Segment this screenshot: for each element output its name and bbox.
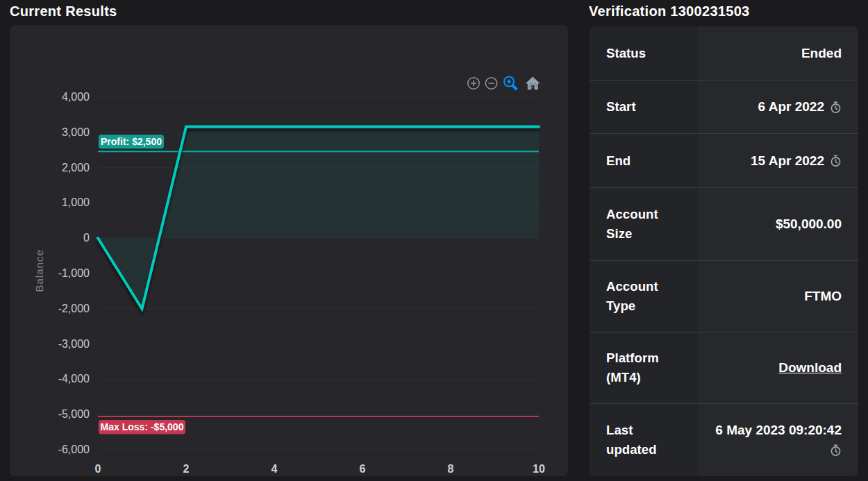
svg-text:-2,000: -2,000 bbox=[58, 303, 90, 314]
svg-text:Profit: $2,500: Profit: $2,500 bbox=[101, 136, 162, 147]
svg-text:6: 6 bbox=[360, 463, 366, 475]
svg-text:Balance: Balance bbox=[33, 249, 45, 292]
svg-text:2,000: 2,000 bbox=[62, 162, 90, 174]
svg-text:8: 8 bbox=[448, 463, 454, 475]
svg-text:-5,000: -5,000 bbox=[58, 408, 90, 420]
svg-text:10: 10 bbox=[533, 463, 545, 475]
svg-text:0: 0 bbox=[95, 463, 101, 475]
svg-text:2: 2 bbox=[183, 463, 190, 475]
svg-text:4,000: 4,000 bbox=[62, 91, 90, 103]
svg-text:-3,000: -3,000 bbox=[58, 338, 90, 350]
svg-text:1,000: 1,000 bbox=[62, 196, 90, 208]
svg-text:-1,000: -1,000 bbox=[58, 267, 90, 279]
svg-text:0: 0 bbox=[83, 232, 90, 244]
svg-text:-6,000: -6,000 bbox=[58, 444, 90, 455]
svg-text:4: 4 bbox=[272, 463, 278, 475]
svg-text:3,000: 3,000 bbox=[62, 126, 90, 138]
svg-text:Max Loss: -$5,000: Max Loss: -$5,000 bbox=[101, 421, 184, 432]
svg-text:-4,000: -4,000 bbox=[58, 373, 90, 385]
